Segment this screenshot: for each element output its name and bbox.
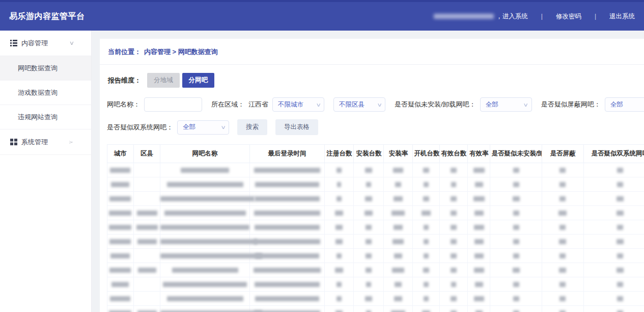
chevron-right-icon: ＞ [67,138,74,146]
sidebar-item-label: 游戏数据查询 [18,88,58,97]
table-cell [468,192,490,206]
redacted-value [473,168,485,173]
table-cell [440,235,468,249]
redacted-value [474,296,484,301]
sidebar-item-cafe-data-query[interactable]: 网吧数据查询 [0,56,91,81]
table-cell [133,277,160,292]
redacted-value [451,211,457,216]
redacted-value [451,268,457,273]
chevron-down-icon: ∨ [69,40,74,46]
table-cell [107,235,134,249]
table-cell [107,192,134,206]
export-button[interactable]: 导出表格 [275,119,318,135]
table-cell [354,235,384,249]
uninstall-select[interactable]: 全部 ∨ [480,97,532,112]
table-cell [107,249,134,263]
redacted-value [617,282,623,287]
table-cell [468,292,490,306]
redacted-value [255,253,319,258]
redacted-value [391,211,405,216]
table-cell [468,249,490,263]
redacted-value [254,268,321,273]
sidebar-group-content-management[interactable]: 内容管理 ∨ [0,31,91,56]
table-cell [133,263,160,277]
filter-panel: 网吧名称： 所在区域： 江西省 不限城市 ∨ 不限区县 ∨ 是否疑似 [107,97,644,135]
search-button[interactable]: 搜索 [237,119,267,135]
redacted-value [424,296,429,301]
district-select[interactable]: 不限区县 ∨ [333,97,385,112]
redacted-value [395,182,401,187]
column-header: 最后登录时间 [249,145,325,163]
table-cell [325,292,354,306]
table-row [107,235,644,249]
redacted-value [366,239,372,244]
tab-by-region[interactable]: 分地域 [147,73,180,88]
content-card: 当前位置：内容管理 > 网吧数据查询 报告维度： 分地域 分网吧 网吧名称： 所… [100,39,644,312]
table-cell [490,206,542,220]
report-dimension-row: 报告维度： 分地域 分网吧 [107,65,644,90]
dual-system-select[interactable]: 全部 ∨ [177,120,229,135]
table-cell [133,206,160,220]
column-header: 区县 [133,145,160,163]
table-cell [384,249,413,263]
table-cell [325,277,354,292]
sidebar-group-label: 内容管理 [21,39,48,48]
table-cell [542,235,583,249]
change-password-link[interactable]: 修改密码 [556,12,581,21]
redacted-value [474,268,484,273]
table-cell [584,235,644,249]
username-redacted [434,14,494,19]
redacted-value [337,168,342,173]
redacted-value [451,239,457,244]
redacted-value [423,268,429,273]
sidebar-item-illegal-site-query[interactable]: 违规网站查询 [0,105,91,129]
city-select[interactable]: 不限城市 ∨ [272,97,324,112]
redacted-value [424,225,429,230]
sidebar-item-label: 网吧数据查询 [18,64,58,73]
data-table: 城市区县网吧名称最后登录时间注册台数安装台数安装率开机台数有效台数有效率是否疑似… [107,144,644,312]
table-row [107,220,644,235]
sidebar-group-system-management[interactable]: 系统管理 ＞ [0,129,91,155]
redacted-value [138,268,156,273]
table-cell [384,220,413,235]
redacted-value [394,253,402,258]
table-cell [413,163,440,177]
redacted-value [255,282,320,287]
table-cell [542,206,583,220]
table-cell [468,263,490,277]
chevron-down-icon: ∨ [316,102,321,108]
redacted-value [513,168,519,173]
sidebar-subitems: 网吧数据查询 游戏数据查询 违规网站查询 [0,56,91,129]
redacted-value [513,296,519,301]
redacted-value [160,239,257,244]
table-cell [490,220,542,235]
table-cell [542,263,583,277]
sidebar-item-game-data-query[interactable]: 游戏数据查询 [0,81,91,105]
table-cell [249,292,325,306]
redacted-value [474,239,484,244]
logout-link[interactable]: 退出系统 [609,12,635,21]
tab-by-cafe[interactable]: 分网吧 [182,73,215,88]
district-select-value: 不限区县 [339,100,365,109]
shield-select[interactable]: 全部 ∨ [605,97,644,112]
enter-system-link[interactable]: ，进入系统 [496,12,528,21]
list-icon [10,40,17,46]
province-value: 江西省 [248,100,268,109]
redacted-value [109,268,131,273]
redacted-value [617,296,623,301]
cafe-name-input[interactable] [144,97,202,112]
redacted-value [255,225,320,230]
redacted-value [559,225,566,230]
column-header: 安装台数 [354,145,384,163]
table-cell [542,177,583,192]
table-cell [440,220,468,235]
redacted-value [424,239,429,244]
breadcrumb-path: 内容管理 > 网吧数据查询 [144,48,218,56]
redacted-value [424,253,429,258]
table-cell [413,192,440,206]
table-cell [468,163,490,177]
table-cell [249,235,325,249]
table-cell [584,263,644,277]
redacted-value [394,225,403,230]
redacted-value [475,182,483,187]
